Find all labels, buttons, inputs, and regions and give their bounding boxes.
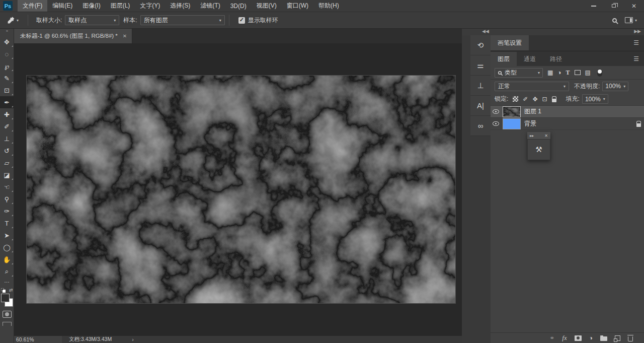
minimize-button[interactable]	[584, 0, 604, 12]
lock-transparency-icon[interactable]	[513, 96, 518, 102]
opacity-field[interactable]: 100% ▾	[602, 82, 628, 91]
character-panel-icon[interactable]: A|	[470, 96, 491, 116]
tool-preset-picker[interactable]: ▾	[0, 16, 24, 24]
sample-layers-select[interactable]: 所有图层 ▾	[140, 15, 225, 25]
layer-style-fx-icon[interactable]: fx	[562, 334, 567, 342]
filter-toggle-icon[interactable]	[597, 69, 602, 77]
fill-field[interactable]: 100% ▾	[582, 94, 608, 104]
collapse-icon-strip-button[interactable]: ◀◀	[482, 29, 489, 34]
panel-menu-icon[interactable]: ☰	[633, 39, 644, 46]
dodge-tool[interactable]: ⚲	[0, 193, 14, 205]
menu-item[interactable]: 选择(S)	[165, 0, 195, 12]
collapse-panels-button[interactable]: ▶▶	[634, 29, 641, 34]
gradient-tool[interactable]: ◪	[0, 169, 14, 181]
edit-toolbar-button[interactable]: …	[4, 278, 10, 287]
tool-presets-icon[interactable]: ⚒	[527, 139, 550, 160]
marquee-tool[interactable]: ◌	[0, 48, 14, 60]
pen-tool[interactable]: ✑	[0, 205, 14, 217]
filter-adjustment-layers-icon[interactable]: ◑	[557, 69, 561, 76]
layer-thumbnail[interactable]	[503, 118, 521, 129]
visibility-eye-icon[interactable]	[493, 109, 499, 114]
restore-button[interactable]	[604, 0, 624, 12]
workspace-switcher[interactable]: ▾	[625, 17, 637, 23]
filter-type-layers-icon[interactable]: T	[566, 69, 570, 77]
screen-mode-button[interactable]	[3, 322, 12, 326]
lock-all-icon[interactable]	[552, 99, 556, 102]
collapse-panel-icon[interactable]: ▸▸	[530, 133, 534, 138]
quick-mask-button[interactable]	[3, 311, 12, 318]
path-selection-tool[interactable]: ➤	[0, 229, 14, 241]
menu-item[interactable]: 图像(I)	[77, 0, 105, 12]
status-menu-chevron-icon[interactable]: ›	[132, 336, 134, 342]
filter-shape-layers-icon[interactable]	[575, 70, 581, 75]
search-icon[interactable]	[612, 18, 617, 23]
menu-item[interactable]: 3D(D)	[225, 0, 252, 12]
new-adjustment-layer-icon[interactable]: ◑	[589, 334, 593, 341]
foreground-color-swatch[interactable]	[1, 294, 10, 302]
layer-name[interactable]: 背景	[524, 119, 536, 128]
new-group-icon[interactable]	[600, 336, 607, 341]
tab-close-icon[interactable]: ✕	[123, 33, 127, 39]
brush-tool[interactable]: ✐	[0, 120, 14, 132]
menu-item[interactable]: 视图(V)	[252, 0, 282, 12]
visibility-eye-icon[interactable]	[493, 121, 499, 126]
panel-tab[interactable]: 图层	[491, 52, 517, 66]
new-layer-icon[interactable]	[615, 335, 620, 341]
menu-item[interactable]: 编辑(E)	[47, 0, 77, 12]
menu-item[interactable]: 滤镜(T)	[195, 0, 225, 12]
hand-tool[interactable]: ✋	[0, 253, 14, 265]
eyedropper-tool[interactable]: ✒	[0, 96, 14, 108]
crop-tool[interactable]: ⊡	[0, 84, 14, 96]
type-tool[interactable]: T	[0, 217, 14, 229]
lock-artboard-icon[interactable]: ⊡	[542, 96, 547, 103]
brush-settings-panel-icon[interactable]: ⚌	[470, 55, 491, 76]
move-tool[interactable]: ✥	[0, 36, 14, 48]
blend-mode-select[interactable]: 正常 ▾	[495, 82, 569, 91]
menu-item[interactable]: 窗口(W)	[282, 0, 313, 12]
filter-pixel-layers-icon[interactable]: ▦	[547, 69, 553, 76]
filter-type-select[interactable]: 类型 ▾	[495, 68, 543, 78]
spot-healing-brush-tool[interactable]: ✚	[0, 108, 14, 120]
cc-libraries-panel-icon[interactable]: ∞	[470, 116, 491, 136]
filter-smart-objects-icon[interactable]: ▤	[585, 69, 591, 76]
add-layer-mask-icon[interactable]	[575, 335, 582, 341]
layer-thumbnail[interactable]	[503, 106, 521, 117]
history-brush-tool[interactable]: ↺	[0, 145, 14, 157]
lock-paint-icon[interactable]: ✐	[523, 96, 528, 103]
clone-stamp-tool[interactable]: ⊥	[0, 132, 14, 145]
toolbar-collapse-button[interactable]: ››	[0, 29, 14, 36]
layer-row-layer1[interactable]: 图层 1	[491, 106, 644, 118]
panel-menu-icon[interactable]: ☰	[633, 55, 644, 62]
menu-item[interactable]: 图层(L)	[106, 0, 135, 12]
default-colors-icon[interactable]	[1, 288, 6, 293]
delete-layer-icon[interactable]	[628, 336, 633, 341]
lasso-tool[interactable]: ℘	[0, 60, 14, 72]
clone-source-panel-icon[interactable]: ⊥	[470, 76, 491, 96]
history-panel-icon[interactable]: ⟲	[470, 35, 491, 55]
menu-item[interactable]: 文件(F)	[18, 0, 47, 12]
zoom-level-field[interactable]: 60.61%	[14, 336, 62, 343]
panel-tab[interactable]: 路径	[543, 52, 569, 66]
layer-row-background[interactable]: 背景	[491, 118, 644, 130]
panel-tab[interactable]: 通道	[517, 52, 543, 66]
quick-selection-tool[interactable]: ✎	[0, 72, 14, 84]
swap-colors-icon[interactable]: ⇄	[9, 288, 13, 293]
background-lock-icon[interactable]	[636, 123, 641, 127]
document-tab[interactable]: 未标题-1 @ 60.6% (图层 1, RGB/8#) * ✕	[14, 29, 132, 43]
layer-name[interactable]: 图层 1	[524, 107, 541, 116]
tab-brush-settings[interactable]: 画笔设置	[491, 35, 529, 50]
close-panel-icon[interactable]: ✕	[544, 133, 548, 138]
sample-size-select[interactable]: 取样点 ▾	[65, 15, 119, 25]
smudge-tool[interactable]: ☜	[0, 181, 14, 193]
menu-item[interactable]: 文字(Y)	[135, 0, 165, 12]
menu-item[interactable]: 帮助(H)	[313, 0, 344, 12]
close-button[interactable]: ✕	[624, 0, 644, 12]
zoom-tool[interactable]: ⌕	[0, 265, 14, 278]
canvas[interactable]	[27, 76, 455, 303]
ps-logo-icon[interactable]: Ps	[3, 1, 13, 11]
show-sampling-ring-checkbox[interactable]	[238, 17, 245, 24]
eraser-tool[interactable]: ▱	[0, 157, 14, 169]
link-layers-icon[interactable]: ⚭	[549, 334, 554, 341]
shape-tool[interactable]: ◯	[0, 241, 14, 253]
lock-position-icon[interactable]: ✥	[532, 96, 537, 103]
